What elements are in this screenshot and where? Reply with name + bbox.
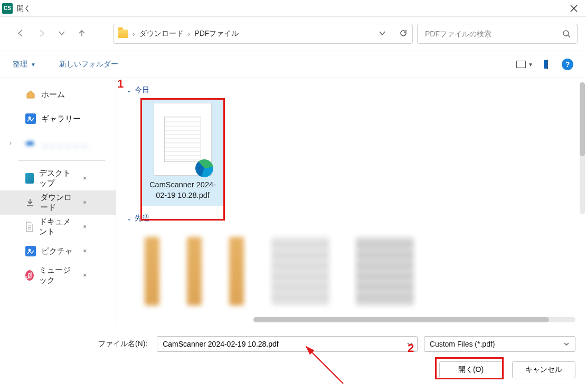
organize-menu[interactable]: 整理▼: [13, 60, 36, 69]
scrollbar-thumb[interactable]: [253, 317, 549, 322]
chevron-right-icon: ›: [133, 30, 135, 38]
view-icon: [516, 61, 526, 68]
chevron-down-icon: [563, 341, 570, 347]
filename-label: ファイル名(N):: [11, 339, 150, 349]
preview-pane-icon: [547, 60, 548, 69]
open-button[interactable]: 開く(O): [439, 361, 503, 378]
refresh-button[interactable]: [399, 28, 408, 40]
music-icon: [25, 270, 34, 281]
annotation-2: 2: [408, 341, 414, 355]
title-bar: CS 開く: [0, 0, 586, 17]
sidebar-item-gallery[interactable]: ギャラリー: [0, 107, 116, 131]
preview-pane-button[interactable]: [547, 60, 548, 69]
sidebar-separator: [18, 160, 105, 161]
nav-row: › ダウンロード › PDFファイル: [0, 17, 586, 51]
arrow-left-icon: [16, 28, 25, 38]
sidebar-item-documents[interactable]: ドキュメント ✦: [0, 215, 116, 239]
new-folder-button[interactable]: 新しいフォルダー: [59, 60, 118, 69]
pin-icon: ✦: [80, 247, 89, 256]
group-header-today[interactable]: ⌄ 今日: [127, 85, 576, 95]
group-label: 先週: [135, 214, 149, 223]
sidebar-item-label: ＿＿＿＿＿＿: [41, 138, 89, 148]
pin-icon: ✦: [80, 198, 89, 207]
main-area: ホーム ギャラリー › ＿＿＿＿＿＿ デスクトップ ✦ ダウンロード ✦: [0, 78, 586, 324]
breadcrumb-seg-1[interactable]: PDFファイル: [194, 29, 239, 39]
pin-icon: ✦: [80, 271, 89, 280]
search-icon: [562, 30, 571, 38]
file-name-label: CamScanner 2024-02-19 10.28.pdf: [146, 180, 220, 200]
chevron-down-icon: ▼: [31, 62, 36, 68]
chevron-down-icon: [379, 30, 386, 37]
chevron-down-icon: ▼: [528, 62, 533, 68]
sidebar-item-desktop[interactable]: デスクトップ ✦: [0, 166, 116, 190]
breadcrumb-seg-0[interactable]: ダウンロード: [139, 29, 184, 39]
sidebar-item-label: ダウンロード: [40, 193, 77, 213]
annotation-1: 1: [117, 78, 124, 91]
chevron-down-icon: [58, 30, 65, 37]
svg-point-0: [563, 31, 569, 36]
download-icon: [25, 197, 35, 208]
filename-field[interactable]: [157, 336, 418, 352]
chevron-right-icon: ›: [188, 30, 191, 38]
sidebar-item-label: ホーム: [41, 90, 65, 100]
toolbar: 整理▼ 新しいフォルダー ▼ ?: [0, 51, 586, 78]
filename-input[interactable]: [162, 339, 407, 349]
sidebar-item-music[interactable]: ミュージック ✦: [0, 263, 116, 288]
address-dropdown[interactable]: [379, 30, 386, 39]
sidebar-item-pictures[interactable]: ピクチャ ✦: [0, 239, 116, 263]
cancel-button[interactable]: キャンセル: [512, 361, 575, 378]
arrow-up-icon: [77, 28, 87, 38]
sidebar-item-label: ミュージック: [39, 265, 77, 285]
blurred-files-row: [126, 227, 576, 321]
group-header-lastweek[interactable]: ⌄ 先週: [127, 214, 576, 223]
filetype-field[interactable]: Custom Files (*.pdf): [424, 336, 575, 352]
scrollbar-thumb[interactable]: [580, 82, 585, 156]
address-bar[interactable]: › ダウンロード › PDFファイル: [113, 24, 413, 44]
desktop-icon: [25, 173, 34, 184]
pin-icon: ✦: [80, 174, 89, 183]
back-button[interactable]: [16, 28, 25, 40]
picture-icon: [25, 246, 36, 256]
horizontal-scrollbar[interactable]: [253, 317, 575, 322]
organize-label: 整理: [13, 60, 27, 68]
close-button[interactable]: [562, 0, 586, 17]
sidebar-item-label: デスクトップ: [39, 168, 77, 188]
file-area[interactable]: 1 ⌄ 今日 CamScanner 2024-02-19 10.28.pdf ⌄…: [116, 78, 586, 324]
chevron-down-icon: ⌄: [127, 87, 131, 94]
bottom-bar: ファイル名(N): Custom Files (*.pdf) 2 開く(O) キ…: [0, 324, 586, 392]
close-icon: [570, 5, 578, 12]
filetype-value: Custom Files (*.pdf): [430, 340, 563, 348]
document-icon: [25, 222, 34, 232]
window-title: 開く: [17, 4, 31, 13]
home-icon: [25, 89, 36, 100]
folder-icon: [118, 30, 128, 38]
sidebar-item-label: ピクチャ: [41, 246, 73, 256]
pin-icon: ✦: [80, 223, 89, 232]
help-button[interactable]: ?: [562, 59, 573, 70]
sidebar-item-label: ギャラリー: [41, 114, 81, 124]
cloud-icon: [25, 138, 36, 148]
file-tile-selected[interactable]: CamScanner 2024-02-19 10.28.pdf: [141, 99, 224, 206]
recent-dropdown[interactable]: [58, 30, 65, 39]
group-label: 今日: [135, 85, 149, 95]
file-thumbnail: [154, 103, 212, 176]
gallery-icon: [25, 113, 36, 124]
sidebar-item-home[interactable]: ホーム: [0, 82, 116, 107]
edge-icon: [195, 159, 213, 177]
search-input[interactable]: [424, 29, 558, 39]
forward-button[interactable]: [37, 28, 46, 40]
vertical-scrollbar[interactable]: [580, 82, 585, 214]
sidebar-item-hidden[interactable]: › ＿＿＿＿＿＿: [0, 131, 116, 155]
arrow-right-icon: [37, 28, 46, 38]
search-box[interactable]: [417, 24, 578, 44]
sidebar-item-label: ドキュメント: [39, 217, 77, 237]
chevron-down-icon: ⌄: [127, 215, 131, 222]
app-icon: CS: [2, 3, 13, 14]
refresh-icon: [399, 28, 408, 38]
expand-icon[interactable]: ›: [10, 139, 12, 147]
up-button[interactable]: [77, 28, 87, 40]
sidebar: ホーム ギャラリー › ＿＿＿＿＿＿ デスクトップ ✦ ダウンロード ✦: [0, 78, 116, 324]
sidebar-item-downloads[interactable]: ダウンロード ✦: [0, 190, 116, 215]
view-mode-button[interactable]: ▼: [516, 61, 533, 68]
